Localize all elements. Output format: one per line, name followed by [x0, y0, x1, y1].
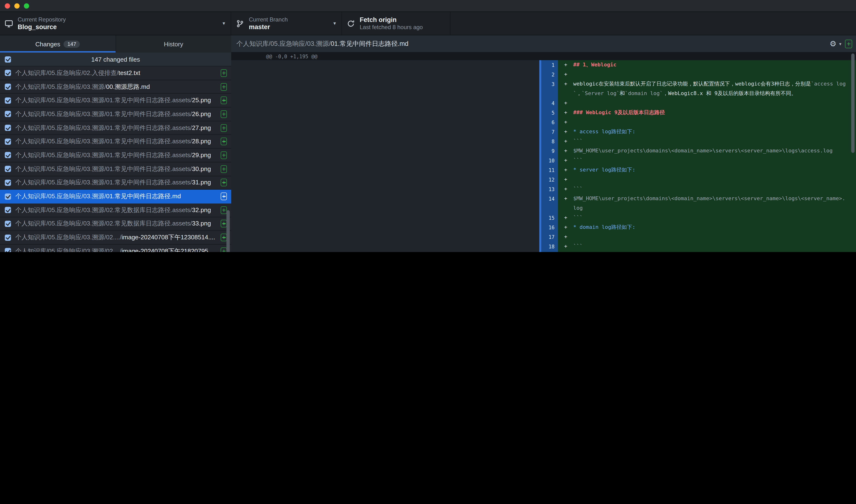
- changes-sidebar: Changes 147 History 147 changed files 个人…: [0, 35, 231, 252]
- diff-line: `，`Server log`和`domain log`，WebLogic8.x …: [231, 89, 856, 98]
- current-repository-button[interactable]: Current Repository Blog_source ▼: [0, 12, 231, 35]
- file-row[interactable]: 个人知识库/05.应急响应/03.溯源/02.常见数据库日志路径.assets/…: [0, 203, 231, 217]
- added-file-icon: [221, 96, 227, 104]
- branch-icon: [236, 19, 244, 28]
- expand-diff-icon[interactable]: [845, 39, 852, 48]
- file-row[interactable]: 个人知识库/05.应急响应/03.溯源/01.常见中间件日志路径.md: [0, 190, 231, 203]
- current-branch-button[interactable]: Current Branch master ▼: [231, 12, 342, 35]
- diff-line-number: 1: [539, 60, 558, 70]
- file-path: 个人知识库/05.应急响应/03.溯源/02..../image-2024070…: [15, 233, 221, 242]
- diff-options-caret[interactable]: ▼: [838, 42, 842, 46]
- file-checkbox[interactable]: [5, 111, 11, 117]
- file-checkbox[interactable]: [5, 248, 11, 252]
- gear-icon[interactable]: ⚙: [830, 39, 836, 48]
- file-row[interactable]: 个人知识库/05.应急响应/03.溯源/01.常见中间件日志路径.assets/…: [0, 135, 231, 148]
- diff-line: 11+* server log路径如下:: [231, 165, 856, 175]
- diff-line-number: 10: [539, 156, 558, 165]
- repository-dropdown-caret: ▼: [210, 21, 226, 26]
- diff-line: log: [231, 203, 856, 213]
- current-branch-label: Current Branch: [249, 16, 288, 23]
- diff-line-number: 12: [539, 175, 558, 184]
- diff-line-number: 5: [539, 108, 558, 118]
- diff-line: 4+: [231, 98, 856, 108]
- file-checkbox[interactable]: [5, 139, 11, 145]
- file-row[interactable]: 个人知识库/05.应急响应/03.溯源/01.常见中间件日志路径.assets/…: [0, 162, 231, 176]
- toolbar: Current Repository Blog_source ▼ Current…: [0, 12, 856, 35]
- diff-line-number: 7: [539, 127, 558, 137]
- diff-line: 3+weblogic在安装结束后默认开启了日志记录功能，默认配置情况下，webl…: [231, 79, 856, 89]
- fetch-origin-button[interactable]: Fetch origin Last fetched 8 hours ago: [342, 12, 450, 35]
- file-list-scrollbar[interactable]: [227, 210, 230, 252]
- file-row[interactable]: 个人知识库/05.应急响应/03.溯源/01.常见中间件日志路径.assets/…: [0, 176, 231, 190]
- file-row[interactable]: 个人知识库/05.应急响应/03.溯源/02..../image-2024070…: [0, 231, 231, 245]
- added-file-icon: [221, 165, 227, 173]
- file-row[interactable]: 个人知识库/05.应急响应/03.溯源/01.常见中间件日志路径.assets/…: [0, 94, 231, 107]
- file-row[interactable]: 个人知识库/05.应急响应/03.溯源/01.常见中间件日志路径.assets/…: [0, 148, 231, 162]
- added-file-icon: [221, 193, 227, 200]
- diff-line-number: 6: [539, 118, 558, 127]
- diff-line: 16+* domain log路径如下:: [231, 222, 856, 232]
- tab-history[interactable]: History: [115, 35, 231, 53]
- sidebar-tabs: Changes 147 History: [0, 35, 231, 53]
- added-file-icon: [221, 151, 227, 159]
- diff-scrollbar[interactable]: [851, 54, 855, 153]
- diff-line-number: 4: [539, 98, 558, 108]
- branch-dropdown-caret: ▼: [321, 21, 337, 26]
- diff-line-number: 14: [539, 194, 558, 203]
- file-row[interactable]: 个人知识库/05.应急响应/03.溯源/02..../image-2024070…: [0, 245, 231, 252]
- file-checkbox[interactable]: [5, 152, 11, 158]
- diff-line: 6+: [231, 118, 856, 127]
- file-path: 个人知识库/05.应急响应/03.溯源/01.常见中间件日志路径.assets/…: [15, 124, 221, 132]
- maximize-window-button[interactable]: [24, 3, 29, 8]
- added-file-icon: [221, 234, 227, 241]
- diff-line: 15+```: [231, 213, 856, 222]
- file-path: 个人知识库/05.应急响应/03.溯源/02..../image-2024070…: [15, 247, 221, 252]
- toolbar-spacer: [450, 12, 856, 35]
- diff-line-number: 9: [539, 146, 558, 156]
- diff-line: 2+: [231, 70, 856, 79]
- file-checkbox[interactable]: [5, 221, 11, 227]
- file-checkbox[interactable]: [5, 70, 11, 76]
- tab-changes[interactable]: Changes 147: [0, 35, 115, 53]
- diff-line: 17+: [231, 232, 856, 242]
- diff-line-number: 16: [539, 222, 558, 232]
- diff-line: 7+* access log路径如下:: [231, 127, 856, 137]
- close-window-button[interactable]: [5, 3, 10, 8]
- file-checkbox[interactable]: [5, 84, 11, 90]
- diff-line-number: 18: [539, 242, 558, 251]
- added-file-icon: [221, 138, 227, 145]
- changed-files-count: 147 changed files: [0, 56, 231, 63]
- changed-files-header: 147 changed files: [0, 53, 231, 67]
- file-checkbox[interactable]: [5, 97, 11, 104]
- file-row[interactable]: 个人知识库/05.应急响应/03.溯源/01.常见中间件日志路径.assets/…: [0, 107, 231, 121]
- current-repository-label: Current Repository: [18, 16, 66, 23]
- diff-line-number: 2: [539, 70, 558, 79]
- diff-line-number: 19: [539, 251, 558, 252]
- file-checkbox[interactable]: [5, 234, 11, 240]
- hunk-header: @@ -0,0 +1,195 @@: [231, 53, 856, 60]
- file-row[interactable]: 个人知识库/05.应急响应/03.溯源/00.溯源思路.md: [0, 80, 231, 94]
- added-file-icon: [221, 124, 227, 132]
- minimize-window-button[interactable]: [14, 3, 20, 8]
- file-checkbox[interactable]: [5, 166, 11, 172]
- added-file-icon: [221, 248, 227, 252]
- github-desktop-window: Current Repository Blog_source ▼ Current…: [0, 0, 856, 252]
- diff-line: 8+```: [231, 137, 856, 146]
- diff-line: 18+```: [231, 242, 856, 251]
- main-content: Changes 147 History 147 changed files 个人…: [0, 35, 856, 252]
- file-path: 个人知识库/05.应急响应/03.溯源/01.常见中间件日志路径.md: [15, 192, 221, 201]
- file-row[interactable]: 个人知识库/05.应急响应/03.溯源/01.常见中间件日志路径.assets/…: [0, 121, 231, 135]
- diff-line-number: [539, 89, 558, 98]
- file-checkbox[interactable]: [5, 180, 11, 186]
- diff-body: 1+## 1、Weblogic2+3+weblogic在安装结束后默认开启了日志…: [231, 60, 856, 252]
- diff-pane: 个人知识库/05.应急响应/03.溯源/01.常见中间件日志路径.md ⚙ ▼ …: [231, 35, 856, 252]
- added-file-icon: [221, 83, 227, 91]
- file-row[interactable]: 个人知识库/05.应急响应/02.入侵排查/test2.txt: [0, 67, 231, 80]
- file-checkbox[interactable]: [5, 193, 11, 199]
- file-checkbox[interactable]: [5, 125, 11, 131]
- file-row[interactable]: 个人知识库/05.应急响应/03.溯源/02.常见数据库日志路径.assets/…: [0, 217, 231, 231]
- file-path: 个人知识库/05.应急响应/03.溯源/02.常见数据库日志路径.assets/…: [15, 219, 221, 228]
- diff-file-name: 01.常见中间件日志路径.md: [331, 39, 409, 48]
- file-checkbox[interactable]: [5, 207, 11, 213]
- diff-line-number: 11: [539, 165, 558, 175]
